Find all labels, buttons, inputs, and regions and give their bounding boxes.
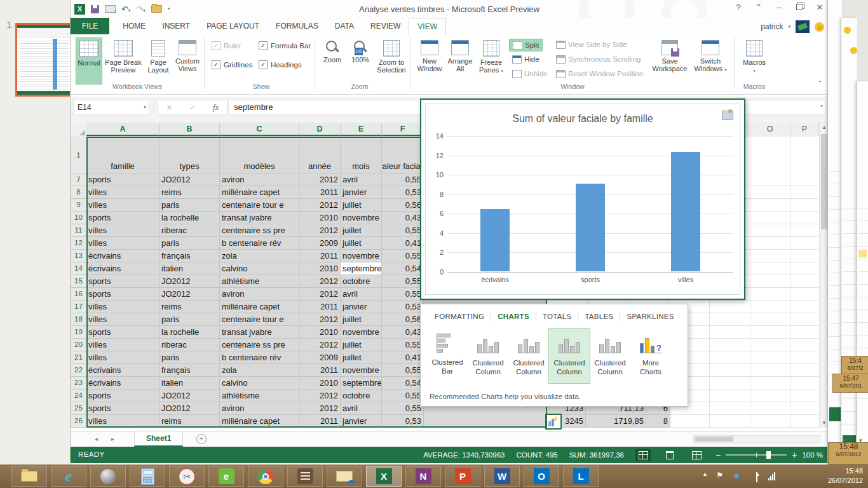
- cell[interactable]: villes: [86, 339, 159, 351]
- cell[interactable]: millénaire capet: [220, 415, 299, 428]
- cell[interactable]: aviron: [220, 173, 299, 186]
- row-number-1[interactable]: 1: [71, 137, 86, 173]
- cell[interactable]: paris: [159, 199, 220, 212]
- cell[interactable]: 2010: [299, 262, 341, 275]
- cell[interactable]: 2009: [299, 351, 341, 364]
- tab-view[interactable]: VIEW: [409, 18, 446, 36]
- cell[interactable]: JO2012: [159, 288, 220, 301]
- ruler-checkbox[interactable]: ✓Ruler: [212, 41, 241, 50]
- formula-bar-expand-icon[interactable]: ▾: [820, 103, 823, 109]
- cell[interactable]: JO2012: [159, 275, 220, 288]
- header-cell-types[interactable]: types: [159, 137, 220, 173]
- cell[interactable]: 0,53: [382, 186, 424, 199]
- qa-item-more-charts[interactable]: ?MoreCharts: [630, 329, 671, 383]
- page-layout-button[interactable]: Page Layout: [144, 37, 172, 83]
- cell[interactable]: octobre: [341, 275, 382, 288]
- cell[interactable]: sports: [86, 173, 159, 186]
- cell[interactable]: 0,55: [382, 402, 424, 415]
- cell[interactable]: 2009: [299, 237, 341, 250]
- row-number-26[interactable]: 26: [71, 415, 86, 428]
- cell[interactable]: 0,43: [382, 326, 424, 339]
- header-cell-mois[interactable]: mois: [341, 137, 382, 173]
- cell[interactable]: b centenaire rév: [220, 237, 299, 250]
- cell[interactable]: janvier: [341, 301, 382, 313]
- arrange-all-button[interactable]: Arrange All: [445, 37, 475, 83]
- synchronous-scrolling-button[interactable]: Synchronous Scrolling: [556, 53, 641, 65]
- feedback-smiley-icon[interactable]: ☺: [815, 22, 824, 32]
- cell[interactable]: 0,53: [382, 301, 424, 313]
- cell[interactable]: 0,55: [382, 250, 424, 262]
- qa-item-clustered-column[interactable]: ClusteredColumn: [590, 329, 630, 383]
- cell[interactable]: 0,55: [382, 224, 424, 237]
- column-header-A[interactable]: A: [86, 123, 159, 136]
- cell[interactable]: 0,55: [382, 173, 424, 186]
- row-number-8[interactable]: 8: [71, 186, 86, 199]
- cell[interactable]: aviron: [220, 288, 299, 301]
- tab-insert[interactable]: INSERT: [154, 18, 198, 34]
- network-signal-icon[interactable]: [768, 472, 775, 480]
- cell[interactable]: reims: [159, 415, 220, 428]
- row-number-18[interactable]: 18: [71, 313, 86, 326]
- cell[interactable]: 2010: [299, 212, 341, 224]
- insert-function-icon[interactable]: fx: [213, 102, 219, 112]
- header-cell-année[interactable]: année: [299, 137, 341, 173]
- cell[interactable]: villes: [86, 237, 159, 250]
- cell[interactable]: juillet: [341, 199, 382, 212]
- cell[interactable]: italien: [159, 262, 220, 275]
- qa-item-clustered-bar[interactable]: ClusteredBar: [427, 329, 468, 383]
- cell[interactable]: reims: [159, 301, 220, 313]
- cell[interactable]: millénaire capet: [220, 301, 299, 313]
- row-number-13[interactable]: 13: [71, 250, 86, 262]
- cell[interactable]: 2012: [299, 288, 341, 301]
- taskbar-icon-chrome[interactable]: [248, 466, 283, 487]
- cell[interactable]: villes: [86, 199, 159, 212]
- cell[interactable]: français: [159, 364, 220, 377]
- cell[interactable]: 0,55: [382, 390, 424, 402]
- cell[interactable]: novembre: [341, 326, 382, 339]
- cell[interactable]: septembre: [341, 262, 382, 275]
- help-icon[interactable]: ?: [733, 3, 744, 12]
- custom-views-button[interactable]: Custom Views: [173, 37, 201, 83]
- cell[interactable]: sports: [86, 402, 159, 415]
- cell[interactable]: novembre: [341, 250, 382, 262]
- switch-windows-button[interactable]: Switch Windows ▾: [691, 37, 730, 83]
- qa-item-clustered-column[interactable]: ClusteredColumn: [468, 329, 508, 383]
- column-header-B[interactable]: B: [159, 123, 220, 136]
- column-header-P[interactable]: P: [790, 123, 819, 136]
- taskbar-icon-onenote[interactable]: N: [405, 466, 441, 487]
- column-header-O[interactable]: O: [750, 123, 790, 136]
- cell[interactable]: villes: [86, 351, 159, 364]
- cell[interactable]: 2012: [299, 313, 341, 326]
- cell[interactable]: 0,56: [382, 313, 424, 326]
- freeze-panes-button[interactable]: Freeze Panes ▾: [476, 37, 506, 83]
- cell[interactable]: villes: [86, 313, 159, 326]
- qa-tab-formatting[interactable]: FORMATTING: [428, 311, 491, 322]
- cell[interactable]: 2012: [299, 339, 341, 351]
- user-dropdown-icon[interactable]: ▾: [788, 24, 790, 29]
- cell[interactable]: sports: [86, 288, 159, 301]
- taskbar-icon-snipping-tool[interactable]: ✂: [169, 466, 205, 487]
- header-cell-valeur-faciale[interactable]: valeur faciale: [382, 137, 424, 173]
- row-number-24[interactable]: 24: [71, 390, 86, 402]
- cell[interactable]: sports: [86, 326, 159, 339]
- cell[interactable]: calvino: [220, 262, 299, 275]
- cell[interactable]: transat jvabre: [220, 212, 299, 224]
- taskbar-icon-evernote[interactable]: e: [208, 466, 244, 487]
- row-number-21[interactable]: 21: [71, 351, 86, 364]
- cell[interactable]: 2012: [299, 390, 341, 402]
- row-number-19[interactable]: 19: [71, 326, 86, 339]
- cell[interactable]: sports: [86, 275, 159, 288]
- cell[interactable]: 0,55: [382, 275, 424, 288]
- cell[interactable]: paris: [159, 237, 220, 250]
- zoom-in-icon[interactable]: +: [792, 451, 797, 459]
- taskbar-icon-outlook[interactable]: O: [524, 466, 559, 487]
- cancel-entry-icon[interactable]: ✕: [166, 104, 172, 112]
- add-sheet-icon[interactable]: +: [196, 434, 207, 444]
- cell[interactable]: villes: [86, 186, 159, 199]
- cell[interactable]: villes: [86, 415, 159, 428]
- taskbar-clock[interactable]: 15:48 26/07/2012: [828, 466, 863, 485]
- sheet-next-icon[interactable]: ▸: [111, 435, 114, 442]
- column-header-F[interactable]: F: [382, 123, 424, 136]
- cell[interactable]: 0,54: [382, 377, 424, 390]
- view-side-by-side-button[interactable]: View Side by Side: [556, 39, 627, 50]
